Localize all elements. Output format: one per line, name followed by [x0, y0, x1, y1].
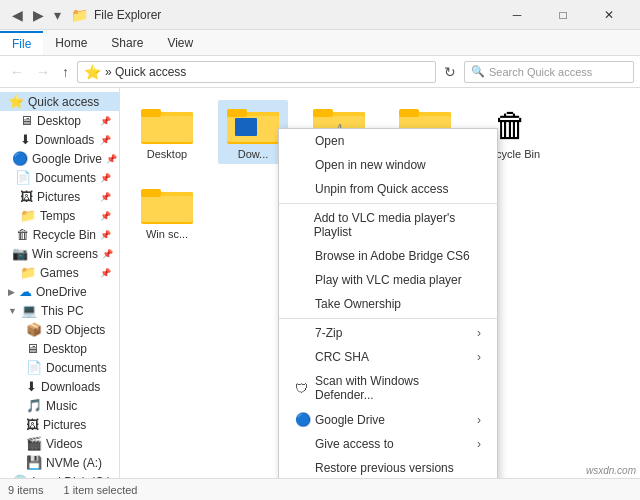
ctx-7zip[interactable]: 7-Zip › [279, 321, 497, 345]
sidebar-item-desktop[interactable]: 🖥 Desktop 📌 [0, 111, 119, 130]
sidebar-item-label: OneDrive [36, 285, 87, 299]
ctx-crc[interactable]: CRC SHA › [279, 345, 497, 369]
ctx-access[interactable]: Give access to › [279, 432, 497, 456]
desktop2-icon: 🖥 [26, 341, 39, 356]
temps-icon: 📁 [20, 208, 36, 223]
ctx-adobe[interactable]: Browse in Adobe Bridge CS6 [279, 244, 497, 268]
sidebar-item-quick-access[interactable]: ⭐ Quick access [0, 92, 119, 111]
sidebar-item-winscreens[interactable]: 📷 Win screens 📌 [0, 244, 119, 263]
forward-button[interactable]: ▶ [29, 5, 48, 25]
googledrive-icon: 🔵 [12, 151, 28, 166]
sidebar-item-recycle[interactable]: 🗑 Recycle Bin 📌 [0, 225, 119, 244]
sidebar-item-localdisk[interactable]: 💿 Local Disk (C:) [0, 472, 119, 478]
pictures-icon: 🖼 [20, 189, 33, 204]
selected-count: 1 item selected [63, 484, 137, 496]
svg-rect-7 [227, 109, 247, 117]
sidebar-item-videos[interactable]: 🎬 Videos [0, 434, 119, 453]
sidebar-item-label: Documents [46, 361, 107, 375]
ctx-access-label: Give access to [315, 437, 394, 451]
back-button[interactable]: ◀ [8, 5, 27, 25]
address-bar: ← → ↑ ⭐ » Quick access ↻ 🔍 Search Quick … [0, 56, 640, 88]
up-arrow[interactable]: ▾ [50, 5, 65, 25]
ctx-unpin-label: Unpin from Quick access [315, 182, 448, 196]
folder-desktop[interactable]: Desktop [132, 100, 202, 164]
svg-rect-12 [313, 109, 333, 117]
winscreens-icon: 📷 [12, 246, 28, 261]
sidebar-item-downloads2[interactable]: ⬇ Downloads [0, 377, 119, 396]
defender-icon: 🛡 [295, 381, 311, 396]
ctx-restore[interactable]: Restore previous versions [279, 456, 497, 478]
ctx-separator-1 [279, 203, 497, 204]
ctx-restore-label: Restore previous versions [315, 461, 454, 475]
sidebar-item-documents2[interactable]: 📄 Documents [0, 358, 119, 377]
ctx-gdrive[interactable]: 🔵 Google Drive › [279, 407, 497, 432]
sidebar-item-googledrive[interactable]: 🔵 Google Drive 📌 [0, 149, 119, 168]
tab-home[interactable]: Home [43, 32, 99, 54]
svg-rect-2 [141, 116, 193, 142]
sidebar-item-3dobjects[interactable]: 📦 3D Objects [0, 320, 119, 339]
downloads-icon: ⬇ [20, 132, 31, 147]
sidebar-item-temps[interactable]: 📁 Temps 📌 [0, 206, 119, 225]
ribbon: File Home Share View [0, 30, 640, 56]
sidebar-item-games[interactable]: 📁 Games 📌 [0, 263, 119, 282]
tab-view[interactable]: View [155, 32, 205, 54]
quick-access-icon: ⭐ [8, 94, 24, 109]
sidebar-item-label: Pictures [43, 418, 86, 432]
ctx-open-label: Open [315, 134, 344, 148]
ctx-unpin[interactable]: Unpin from Quick access [279, 177, 497, 201]
sidebar-item-label: Downloads [35, 133, 94, 147]
sidebar-item-pictures2[interactable]: 🖼 Pictures [0, 415, 119, 434]
ctx-open[interactable]: Open [279, 129, 497, 153]
sidebar-item-thispc[interactable]: ▼ 💻 This PC [0, 301, 119, 320]
sidebar-item-label: Downloads [41, 380, 100, 394]
main-layout: ⭐ Quick access 🖥 Desktop 📌 ⬇ Downloads 📌… [0, 88, 640, 478]
refresh-button[interactable]: ↻ [440, 62, 460, 82]
title-bar: ◀ ▶ ▾ 📁 File Explorer ─ □ ✕ [0, 0, 640, 30]
ctx-vlc-play-label: Play with VLC media player [315, 273, 462, 287]
ctx-vlc-play[interactable]: Play with VLC media player [279, 268, 497, 292]
sidebar-item-documents[interactable]: 📄 Documents 📌 [0, 168, 119, 187]
documents2-icon: 📄 [26, 360, 42, 375]
nav-up[interactable]: ↑ [58, 62, 73, 82]
sidebar-item-label: This PC [41, 304, 84, 318]
folder-icon-downloads [227, 104, 279, 146]
close-button[interactable]: ✕ [586, 0, 632, 30]
ctx-defender[interactable]: 🛡 Scan with Windows Defender... [279, 369, 497, 407]
sidebar-item-nvme[interactable]: 💾 NVMe (A:) [0, 453, 119, 472]
status-bar: 9 items 1 item selected [0, 478, 640, 500]
sidebar-item-label: Videos [46, 437, 82, 451]
path-text: » Quick access [105, 65, 186, 79]
gdrive-icon: 🔵 [295, 412, 311, 427]
sidebar-item-label: Games [40, 266, 79, 280]
downloads2-icon: ⬇ [26, 379, 37, 394]
sidebar-item-desktop2[interactable]: 🖥 Desktop [0, 339, 119, 358]
sidebar-item-onedrive[interactable]: ▶ ☁ OneDrive [0, 282, 119, 301]
folder-winscreens[interactable]: Win sc... [132, 180, 202, 244]
maximize-button[interactable]: □ [540, 0, 586, 30]
minimize-button[interactable]: ─ [494, 0, 540, 30]
sidebar-item-label: Recycle Bin [33, 228, 96, 242]
sidebar-item-label: Google Drive [32, 152, 102, 166]
ctx-vlc-playlist[interactable]: Add to VLC media player's Playlist [279, 206, 497, 244]
tab-file[interactable]: File [0, 31, 43, 55]
tab-share[interactable]: Share [99, 32, 155, 54]
search-placeholder: Search Quick access [489, 66, 592, 78]
sidebar-item-pictures[interactable]: 🖼 Pictures 📌 [0, 187, 119, 206]
sidebar-item-downloads[interactable]: ⬇ Downloads 📌 [0, 130, 119, 149]
nav-forward[interactable]: → [32, 62, 54, 82]
sidebar-item-label: Music [46, 399, 77, 413]
sidebar-item-label: Documents [35, 171, 96, 185]
context-menu: Open Open in new window Unpin from Quick… [278, 128, 498, 478]
search-icon: 🔍 [471, 65, 485, 78]
documents-icon: 📄 [15, 170, 31, 185]
folder-label-downloads: Dow... [238, 148, 269, 160]
address-path-box[interactable]: ⭐ » Quick access [77, 61, 436, 83]
ctx-open-new[interactable]: Open in new window [279, 153, 497, 177]
ctx-ownership[interactable]: Take Ownership [279, 292, 497, 316]
app-title: File Explorer [94, 8, 161, 22]
sidebar-item-music[interactable]: 🎵 Music [0, 396, 119, 415]
nav-back[interactable]: ← [6, 62, 28, 82]
folder-label-winscreens: Win sc... [146, 228, 188, 240]
folder-icon-desktop [141, 104, 193, 146]
search-box[interactable]: 🔍 Search Quick access [464, 61, 634, 83]
